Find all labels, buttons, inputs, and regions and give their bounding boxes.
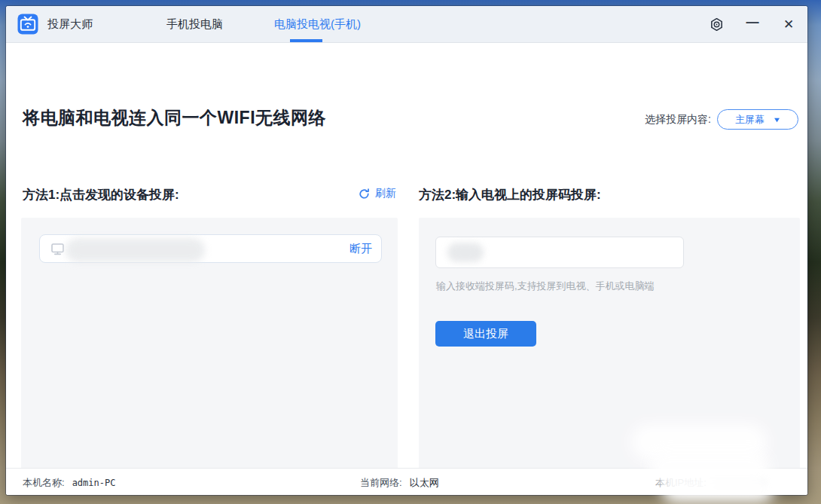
close-button[interactable]: ✕ — [780, 17, 797, 33]
tab-phone-to-pc[interactable]: 手机投电脑 — [166, 17, 223, 32]
ip-group: 本机IP地址: — [655, 476, 767, 490]
capture-source-dropdown[interactable]: 主屏幕 ▼ — [717, 109, 798, 130]
settings-button[interactable] — [708, 17, 725, 33]
network-value: 以太网 — [410, 476, 439, 490]
cast-code-hint: 输入接收端投屏码,支持投屏到电视、手机或电脑端 — [436, 279, 655, 293]
minimize-button[interactable]: — — [744, 17, 761, 33]
device-row[interactable]: 断开 — [39, 234, 382, 263]
refresh-button[interactable]: 刷新 — [359, 187, 396, 200]
main-content: 将电脑和电视连入同一个WIFI无线网络 选择投屏内容: 主屏幕 ▼ 方法1:点击… — [6, 43, 807, 495]
desktop: { "app": { "title": "投屏大师" }, "titlebar"… — [0, 0, 821, 504]
active-tab-underline — [290, 39, 322, 42]
host-name-label: 本机名称: — [23, 476, 65, 490]
disconnect-link[interactable]: 断开 — [349, 242, 372, 256]
host-name-group: 本机名称: admin-PC — [23, 476, 115, 490]
cast-code-panel: 输入接收端投屏码,支持投屏到电视、手机或电脑端 退出投屏 — [419, 218, 800, 495]
capture-select-group: 选择投屏内容: 主屏幕 ▼ — [645, 109, 798, 130]
device-name-redacted — [66, 238, 205, 262]
statusbar: 本机名称: admin-PC 当前网络: 以太网 本机IP地址: — [6, 468, 807, 495]
tab-bar: 手机投电脑 电脑投电视(手机) — [166, 6, 361, 42]
titlebar: 投屏大师 手机投电脑 电脑投电视(手机) — ✕ — [6, 6, 807, 43]
window-controls: — ✕ — [708, 6, 797, 43]
device-list-panel: 断开 — [21, 218, 398, 495]
ip-value-redacted — [713, 477, 767, 489]
monitor-icon — [50, 242, 65, 256]
capture-source-value: 主屏幕 — [735, 113, 765, 127]
host-name-value: admin-PC — [72, 478, 116, 488]
network-group: 当前网络: 以太网 — [360, 476, 439, 490]
gear-icon — [710, 17, 724, 32]
capture-select-label: 选择投屏内容: — [645, 113, 711, 127]
refresh-icon — [359, 188, 370, 200]
exit-cast-button[interactable]: 退出投屏 — [435, 321, 536, 347]
app-title: 投屏大师 — [47, 17, 93, 32]
cast-code-redacted — [447, 243, 484, 262]
tab-pc-to-tv[interactable]: 电脑投电视(手机) — [274, 17, 361, 32]
app-logo-icon — [17, 14, 38, 35]
network-label: 当前网络: — [360, 476, 402, 490]
page-title: 将电脑和电视连入同一个WIFI无线网络 — [23, 106, 326, 130]
refresh-label: 刷新 — [375, 187, 396, 200]
method2-title: 方法2:输入电视上的投屏码投屏: — [419, 186, 601, 203]
app-window: 投屏大师 手机投电脑 电脑投电视(手机) — ✕ 将电脑和电视连入同一个WIFI… — [6, 6, 807, 495]
ip-label: 本机IP地址: — [655, 476, 707, 490]
method1-title: 方法1:点击发现的设备投屏: — [23, 186, 179, 203]
chevron-down-icon: ▼ — [773, 116, 782, 124]
